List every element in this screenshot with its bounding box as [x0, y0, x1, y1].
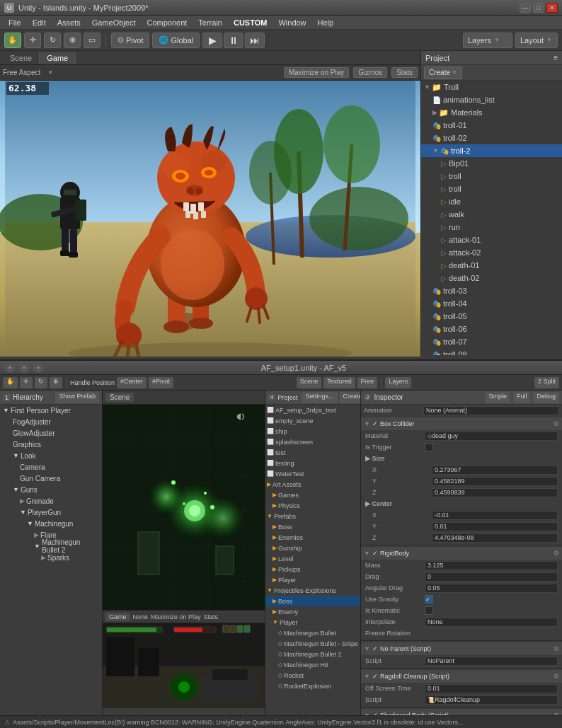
proj-item-enemies[interactable]: ▶ Enemies	[265, 532, 360, 543]
proj-item-testing[interactable]: ⬜ testing	[265, 458, 360, 468]
tree-item-troll-mesh[interactable]: ▷ troll	[421, 170, 562, 183]
proj-item-empty[interactable]: ⬜ empty_scene	[265, 415, 360, 426]
tree-item-idle[interactable]: ▷ idle	[421, 195, 562, 208]
menu-window[interactable]: Window	[273, 17, 311, 28]
center-z-value[interactable]: 4.470348e-08	[432, 533, 558, 543]
hierarchy-item-look[interactable]: ▼ Look	[0, 450, 102, 461]
textured-tab-sm[interactable]: Textured	[323, 377, 355, 388]
tree-item-troll-root[interactable]: ▼ 📁 Troll	[421, 81, 562, 93]
tree-item-troll04[interactable]: 🎭 troll-04	[421, 297, 562, 310]
gizmos-button[interactable]: Gizmos	[353, 67, 387, 78]
rigidbody-header[interactable]: ▼ ✓ RigidBody ⚙	[361, 547, 562, 560]
tree-item-animations[interactable]: 📄 animations_list	[421, 93, 562, 106]
proj-settings-btn[interactable]: Settings...	[302, 392, 337, 403]
proj-item-af-setup[interactable]: ⬜ AF_setup_3rdps_text	[265, 405, 360, 415]
hierarchy-item-graphics[interactable]: Graphics	[0, 439, 102, 450]
tree-item-troll02[interactable]: 🎭 troll-02	[421, 132, 562, 144]
ragdoll-header[interactable]: ▼ ✓ Ragdoll Cleanup (Script) ⚙	[361, 670, 562, 683]
hierarchy-item-glowadjuster[interactable]: GlowAdjuster	[0, 427, 102, 439]
menu-custom[interactable]: CUSTOM	[228, 17, 273, 28]
tree-item-troll05[interactable]: 🎭 troll-05	[421, 310, 562, 323]
menu-terrain[interactable]: Terrain	[193, 17, 228, 28]
proj-item-rocket-exp[interactable]: ◇ RocketExplosion	[265, 681, 360, 691]
proj-item-pickups[interactable]: ▶ Pickups	[265, 564, 360, 574]
scene-tab-btn[interactable]: Scene	[105, 393, 134, 402]
np-script-value[interactable]: NoParent	[425, 657, 558, 666]
close-button[interactable]: ✕	[546, 3, 558, 13]
hierarchy-item-camera[interactable]: Camera	[0, 461, 102, 473]
proj-item-pe-boss[interactable]: ▶ Boss	[265, 596, 360, 606]
proj-item-splash[interactable]: ⬜ splashscreen	[265, 437, 360, 447]
size-x-value[interactable]: 0.273067	[432, 466, 558, 475]
proj-item-physics[interactable]: ▶ Physics	[265, 500, 360, 511]
hand-tool-button[interactable]: ✋	[4, 33, 21, 48]
center-y-value[interactable]: 0.01	[432, 522, 558, 531]
hierarchy-item-mgbullet2[interactable]: ▼ Machinegun Bullet 2	[0, 541, 102, 552]
hierarchy-item-grenade[interactable]: ▶ Grenade	[0, 495, 102, 507]
kinematic-checkbox[interactable]	[425, 606, 433, 615]
menu-component[interactable]: Component	[141, 17, 193, 28]
pivot-btn[interactable]: #Pivot	[149, 377, 173, 388]
menu-edit[interactable]: Edit	[27, 17, 52, 28]
tree-item-death02[interactable]: ▷ death-02	[421, 272, 562, 284]
proj-item-watertest[interactable]: ⬜ WaterTest	[265, 468, 360, 479]
material-value[interactable]: ◇ dead guy	[425, 432, 558, 441]
proj-item-player[interactable]: ▶ Player	[265, 574, 360, 585]
proj-item-gunship[interactable]: ▶ Gunship	[265, 543, 360, 553]
layers-sm-btn[interactable]: Layers	[385, 377, 411, 388]
hierarchy-item-guncamera[interactable]: Gun Camera	[0, 473, 102, 484]
drag-value[interactable]: 0	[425, 572, 558, 582]
proj-item-prefabs[interactable]: ▼ Prefabs	[265, 511, 360, 521]
tree-item-death01[interactable]: ▷ death-01	[421, 259, 562, 272]
tool-btn-3[interactable]: ↻	[35, 377, 47, 388]
hierarchy-item-playergun[interactable]: ▼ PlayerGun	[0, 507, 102, 518]
maximize-on-play-button[interactable]: Maximize on Play	[284, 67, 349, 78]
proj-item-mg-bullet[interactable]: ◇ Machinegun Bullet	[265, 628, 360, 638]
proj-create-sm-btn[interactable]: Create	[340, 392, 362, 403]
scene-tab-sm[interactable]: Scene	[297, 377, 322, 388]
tool-btn-2[interactable]: ✛	[20, 377, 33, 388]
simple-btn[interactable]: Smple	[485, 392, 510, 403]
tool-btn-1[interactable]: ✋	[3, 377, 18, 388]
menu-assets[interactable]: Assets	[52, 17, 86, 28]
pivot-button[interactable]: ⊙ Pivot	[111, 33, 149, 48]
proj-item-level[interactable]: ▶ Level	[265, 553, 360, 564]
proj-item-ship[interactable]: ⬜ ship	[265, 426, 360, 437]
size-y-value[interactable]: 0.4582189	[432, 477, 558, 486]
center-btn[interactable]: #Center	[117, 377, 147, 388]
layout-sm-btn[interactable]: 2 Split	[534, 377, 559, 388]
hierarchy-item-guns[interactable]: ▼ Guns	[0, 484, 102, 495]
layout-dropdown[interactable]: Layout ▼	[515, 33, 558, 48]
tree-item-troll-anim[interactable]: ▷ troll	[421, 183, 562, 195]
interp-value[interactable]: None	[425, 618, 558, 627]
pause-button[interactable]: ⏸	[224, 33, 243, 48]
angdrag-value[interactable]: 0.05	[425, 584, 558, 593]
tree-item-troll01[interactable]: 🎭 troll-01	[421, 119, 562, 132]
debug-btn[interactable]: Debug	[533, 392, 559, 403]
scale-tool-button[interactable]: ⊕	[64, 33, 81, 48]
tree-item-troll06[interactable]: 🎭 troll-06	[421, 323, 562, 335]
rd-script2-value[interactable]: 📜 RagdollCleanup	[425, 695, 558, 705]
proj-item-boss[interactable]: ▶ Boss	[265, 521, 360, 532]
proj-item-rocket[interactable]: ◇ Rocket	[265, 670, 360, 681]
proj-item-mg-bullet-snipe[interactable]: ◇ Machinegun Bullet - Snipe	[265, 638, 360, 649]
tree-item-materials[interactable]: ▶ 📁 Materials	[421, 106, 562, 119]
box-collider-header[interactable]: ▼ ✓ Box Collider ⚙	[361, 417, 562, 430]
center-x-value[interactable]: -0.01	[432, 511, 558, 520]
gravity-checkbox[interactable]: ✓	[425, 595, 433, 603]
rect-tool-button[interactable]: ▭	[84, 33, 101, 48]
move-tool-button[interactable]: ✛	[24, 33, 41, 48]
layers-dropdown[interactable]: Layers ▼	[463, 33, 512, 48]
menu-help[interactable]: Help	[312, 17, 340, 28]
show-prefab-btn[interactable]: Show Prefab	[55, 392, 99, 403]
trigger-checkbox[interactable]	[425, 443, 433, 451]
proj-item-artassets[interactable]: ▶ Art Assets	[265, 479, 360, 490]
tree-item-troll03[interactable]: 🎭 troll-03	[421, 284, 562, 297]
tree-item-troll07[interactable]: 🎭 troll-07	[421, 335, 562, 348]
proj-item-pe-player[interactable]: ▼ Player	[265, 617, 360, 628]
maximize-button[interactable]: □	[533, 3, 544, 13]
tree-item-run[interactable]: ▷ run	[421, 221, 562, 233]
osx-maximize-icon[interactable]: ●	[33, 363, 44, 373]
proj-item-games[interactable]: ▶ Games	[265, 490, 360, 500]
proj-item-pe-enemy[interactable]: ▶ Enemy	[265, 606, 360, 617]
